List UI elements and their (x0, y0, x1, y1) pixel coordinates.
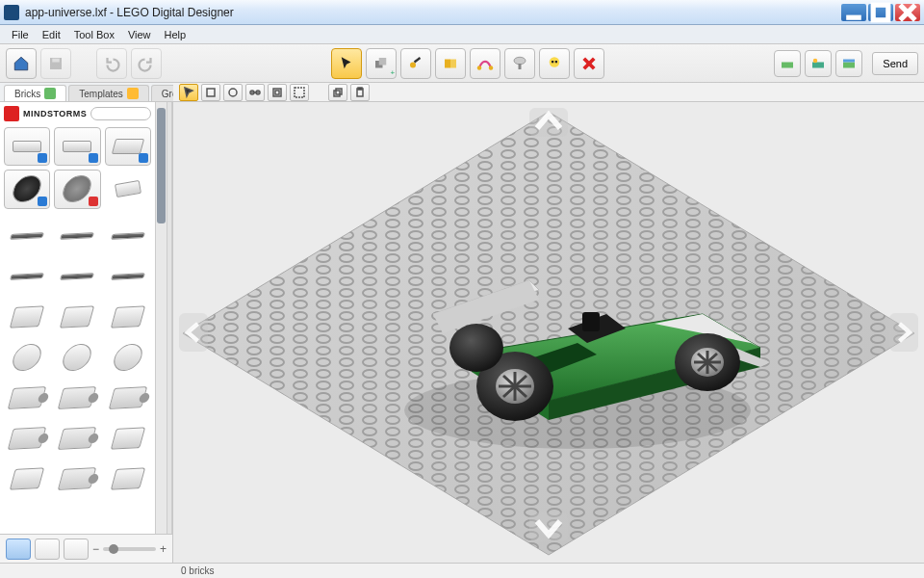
list-item[interactable] (54, 259, 100, 294)
sel-color-button[interactable] (201, 84, 220, 101)
svg-rect-20 (782, 62, 793, 67)
redo-button[interactable] (131, 48, 162, 79)
hinge-tool[interactable] (400, 48, 431, 79)
list-item[interactable] (4, 381, 50, 415)
list-item[interactable] (4, 300, 50, 334)
scene-render (173, 102, 924, 563)
sel-connected-button[interactable] (245, 84, 265, 101)
paste-button[interactable] (350, 84, 370, 101)
main-area: MINDSTORMS (0, 102, 924, 563)
hinge-align-tool[interactable] (435, 48, 466, 79)
category-slope[interactable] (105, 127, 151, 166)
orbit-down-button[interactable] (529, 512, 568, 541)
menu-edit[interactable]: Edit (37, 27, 66, 42)
list-item[interactable] (105, 219, 151, 253)
mode-guide-button[interactable] (835, 50, 862, 77)
sel-invert-button[interactable] (268, 84, 287, 101)
list-item[interactable] (4, 219, 50, 253)
list-item[interactable] (4, 259, 50, 294)
list-item[interactable] (4, 340, 50, 375)
status-bar: 0 bricks (0, 563, 924, 578)
theme-label: MINDSTORMS (23, 109, 87, 118)
svg-rect-21 (812, 62, 824, 67)
home-button[interactable] (6, 48, 37, 79)
delete-tool[interactable] (574, 48, 604, 79)
category-plate-1[interactable] (4, 127, 50, 166)
sel-all-button[interactable] (290, 84, 309, 101)
list-item[interactable] (105, 381, 151, 415)
category-plate-2[interactable] (54, 127, 100, 166)
list-view-button[interactable] (64, 539, 89, 560)
svg-point-61 (449, 324, 503, 372)
main-toolbar: + Send (0, 44, 924, 83)
select-tool[interactable] (331, 48, 362, 79)
sidebar-resize-handle[interactable] (167, 102, 172, 534)
copy-button[interactable] (328, 84, 347, 101)
svg-rect-24 (843, 59, 855, 62)
svg-marker-37 (183, 112, 914, 555)
svg-rect-7 (379, 58, 387, 66)
list-item[interactable] (54, 461, 100, 496)
list-item[interactable] (54, 381, 100, 415)
3d-viewport[interactable] (173, 102, 924, 563)
sel-single-button[interactable] (179, 84, 198, 101)
clone-tool[interactable]: + (366, 48, 397, 79)
mode-view-button[interactable] (805, 50, 832, 77)
list-item[interactable] (105, 421, 151, 456)
svg-rect-14 (519, 64, 522, 69)
svg-rect-1 (873, 5, 888, 20)
list-item[interactable] (4, 421, 50, 456)
tab-label: Templates (79, 89, 123, 99)
tab-bricks[interactable]: Bricks (4, 85, 66, 101)
menu-file[interactable]: File (6, 27, 35, 42)
menu-bar: File Edit Tool Box View Help (0, 25, 924, 44)
tab-templates[interactable]: Templates (68, 85, 149, 101)
zoom-in-icon[interactable]: + (160, 542, 167, 556)
category-gear[interactable] (54, 170, 100, 208)
scrollbar-thumb[interactable] (157, 108, 166, 223)
menu-help[interactable]: Help (159, 27, 192, 42)
divided-view-button[interactable] (35, 539, 60, 560)
svg-point-12 (489, 66, 494, 70)
orbit-right-button[interactable] (889, 313, 918, 352)
menu-view[interactable]: View (122, 27, 157, 42)
menu-toolbox[interactable]: Tool Box (68, 27, 120, 42)
flex-tool[interactable] (470, 48, 500, 79)
paint-tool[interactable] (504, 48, 535, 79)
list-item[interactable] (105, 259, 151, 294)
category-wheel[interactable] (4, 170, 50, 208)
zoom-out-icon[interactable]: − (92, 542, 99, 556)
minimize-button[interactable] (841, 4, 866, 21)
sel-shape-button[interactable] (223, 84, 243, 101)
palette-scrollbar[interactable] (155, 102, 167, 534)
svg-rect-32 (336, 89, 342, 94)
list-item[interactable] (54, 340, 100, 375)
svg-point-15 (550, 57, 560, 67)
svg-rect-25 (207, 89, 215, 96)
list-item[interactable] (54, 219, 100, 253)
list-item[interactable] (105, 461, 151, 496)
palette-zoom-slider[interactable] (103, 547, 156, 551)
orbit-left-button[interactable] (179, 313, 208, 352)
category-misc[interactable] (105, 170, 151, 208)
mode-build-button[interactable] (774, 50, 801, 77)
brick-search-input[interactable] (90, 107, 151, 120)
undo-button[interactable] (96, 48, 127, 79)
brick-palette-panel: MINDSTORMS (0, 102, 173, 563)
save-button[interactable] (40, 48, 71, 79)
title-bar: app-universe.lxf - LEGO Digital Designer (0, 0, 924, 25)
sidebar-tabs: Bricks Templates Groups (0, 83, 173, 102)
list-item[interactable] (4, 461, 50, 496)
list-item[interactable] (54, 421, 100, 456)
list-item[interactable] (54, 300, 100, 334)
list-item[interactable] (105, 300, 151, 334)
send-button[interactable]: Send (872, 52, 918, 75)
hide-tool[interactable] (539, 48, 570, 79)
close-button[interactable] (895, 4, 920, 21)
grid-view-button[interactable] (6, 539, 31, 560)
svg-rect-30 (295, 88, 304, 97)
maximize-button[interactable] (868, 4, 893, 21)
list-item[interactable] (105, 340, 151, 375)
svg-point-8 (410, 62, 416, 67)
orbit-up-button[interactable] (529, 108, 568, 137)
